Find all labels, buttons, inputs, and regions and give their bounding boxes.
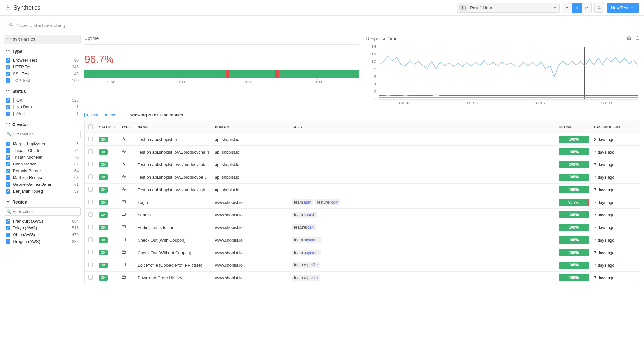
facet-item[interactable]: Mathieu Rousse63 (4, 174, 81, 181)
tag[interactable]: feature:profile (292, 262, 320, 268)
test-name[interactable]: Check Out (With Coupon) (135, 234, 212, 246)
col-header-modified[interactable]: LAST MODIFIED (591, 121, 640, 133)
test-name[interactable]: Test on api.shopist.io/v1/product/chairs (135, 146, 212, 158)
row-checkbox[interactable] (88, 162, 93, 166)
checkbox-icon[interactable] (6, 78, 10, 83)
tag[interactable]: feature:profile (292, 275, 320, 281)
row-checkbox[interactable] (88, 212, 93, 217)
test-name[interactable]: Test on api.shopist.io/v1/product/lighti… (135, 184, 212, 196)
test-name[interactable]: Edit Profile (Upload Profile Picture) (135, 259, 212, 272)
checkbox-icon[interactable] (6, 105, 10, 109)
pause-button[interactable] (572, 3, 582, 13)
tag[interactable]: team:payment (292, 250, 321, 255)
row-checkbox[interactable] (88, 237, 93, 242)
hide-controls-button[interactable]: ◀ Hide Controls (84, 113, 116, 117)
checkbox-icon[interactable] (6, 98, 10, 103)
tag[interactable]: team:search (292, 212, 317, 218)
facet-item[interactable]: Alert1 (4, 110, 81, 117)
checkbox-icon[interactable] (6, 239, 10, 244)
table-row[interactable]: OK Test on api.shopist.io api.shopist.io… (85, 133, 640, 146)
test-name[interactable]: Download Order History (135, 272, 212, 284)
step-forward-button[interactable] (582, 3, 591, 13)
col-header-domain[interactable]: DOMAIN (212, 121, 290, 133)
checkbox-icon[interactable] (6, 226, 10, 230)
table-row[interactable]: OK Test on api.shopist.io/v1/product/cha… (85, 146, 640, 158)
facet-item[interactable]: Browser Test90 (4, 57, 81, 64)
test-name[interactable]: Test on api.shopist.io/v1/product/beddin… (135, 171, 212, 184)
test-name[interactable]: Login (135, 196, 212, 209)
col-header-status[interactable]: STATUS↑ (96, 121, 119, 133)
table-row[interactable]: OK Download Order History www.shopist.io… (85, 272, 640, 284)
facet-item[interactable]: Tristan Michelet70 (4, 154, 81, 161)
table-row[interactable]: OK Test on api.shopist.io/v1/product/lig… (85, 184, 640, 196)
step-back-button[interactable] (562, 3, 572, 13)
facet-title-creator[interactable]: ﹀ Creator (4, 120, 81, 129)
checkbox-icon[interactable] (6, 233, 10, 237)
checkbox-icon[interactable] (6, 142, 10, 146)
facet-item[interactable]: Chris Matteri67 (4, 161, 81, 167)
facet-item[interactable]: Benjamin Toueg59 (4, 188, 81, 194)
checkbox-icon[interactable] (6, 169, 10, 173)
export-icon[interactable] (635, 36, 640, 42)
checkbox-icon[interactable] (6, 155, 10, 160)
tag[interactable]: team:payment (292, 237, 321, 243)
row-checkbox[interactable] (88, 200, 93, 204)
table-row[interactable]: OK Edit Profile (Upload Profile Picture)… (85, 259, 640, 272)
checkbox-icon[interactable] (6, 219, 10, 224)
facet-item[interactable]: Tokyo (AWS)516 (4, 224, 81, 231)
table-row[interactable]: OK Search www.shopist.io team:search 100… (85, 209, 640, 221)
region-filter-input[interactable] (4, 207, 81, 216)
table-row[interactable]: OK Check Out (Without Coupon) www.shopis… (85, 246, 640, 259)
facet-title-region[interactable]: ﹀ Region (4, 198, 81, 206)
test-name[interactable]: Adding items to cart (135, 221, 212, 234)
facet-item[interactable]: Ohio (AWS)479 (4, 231, 81, 238)
row-checkbox[interactable] (88, 250, 93, 254)
checkbox-icon[interactable] (6, 162, 10, 166)
facet-item[interactable]: Margot Lepizzera5 (4, 140, 81, 147)
row-checkbox[interactable] (88, 137, 93, 141)
facet-title-type[interactable]: ﹀ Type (4, 47, 81, 55)
test-name[interactable]: Test on api.shopist.io/v1/product/sofas (135, 158, 212, 171)
table-row[interactable]: OK Test on api.shopist.io/v1/product/bed… (85, 171, 640, 184)
tag[interactable]: feature:login (315, 199, 340, 205)
test-name[interactable]: Check Out (Without Coupon) (135, 246, 212, 259)
search-bar[interactable] (5, 19, 639, 31)
test-name[interactable]: Test on api.shopist.io (135, 133, 212, 146)
facet-item[interactable]: OK523 (4, 97, 81, 104)
facet-item[interactable]: SSL Test40 (4, 70, 81, 77)
facet-item[interactable]: Gabriel-James Safar61 (4, 181, 81, 188)
col-header-name[interactable]: NAME (135, 121, 212, 133)
search-icon-button[interactable] (594, 3, 604, 13)
checkbox-icon[interactable] (6, 58, 10, 63)
tag[interactable]: team:auth (292, 199, 313, 205)
facet-item[interactable]: Romain Berger64 (4, 167, 81, 174)
facet-item[interactable]: TCP Test150 (4, 77, 81, 84)
col-header-uptime[interactable]: UPTIME (556, 121, 591, 133)
row-checkbox[interactable] (88, 275, 93, 280)
search-input[interactable] (16, 23, 635, 28)
checkbox-icon[interactable] (6, 72, 10, 76)
facet-title-status[interactable]: ﹀ Status (4, 87, 81, 95)
checkbox-icon[interactable] (6, 148, 10, 153)
creator-filter-input[interactable] (4, 130, 81, 138)
facet-item[interactable]: HTTP Test245 (4, 64, 81, 70)
facet-item[interactable]: Thibaut Chatté74 (4, 147, 81, 154)
select-all-checkbox[interactable] (88, 124, 93, 129)
col-header-tags[interactable]: TAGS (290, 121, 556, 133)
facets-header[interactable]: ﹀ SYNTHETICS (4, 35, 81, 44)
row-checkbox[interactable] (88, 225, 93, 229)
row-checkbox[interactable] (88, 149, 93, 154)
test-name[interactable]: Search (135, 209, 212, 221)
checkbox-icon[interactable] (6, 65, 10, 69)
col-header-type[interactable]: TYPE (119, 121, 135, 133)
camera-icon[interactable] (627, 36, 631, 42)
row-checkbox[interactable] (88, 187, 93, 192)
checkbox-icon[interactable] (6, 189, 10, 194)
table-row[interactable]: OK Adding items to cart www.shopist.io f… (85, 221, 640, 234)
checkbox-icon[interactable] (6, 175, 10, 180)
row-checkbox[interactable] (88, 174, 93, 179)
table-row[interactable]: OK Test on api.shopist.io/v1/product/sof… (85, 158, 640, 171)
checkbox-icon[interactable] (6, 182, 10, 187)
table-row[interactable]: OK Login www.shopist.io team:authfeature… (85, 196, 640, 209)
new-test-button[interactable]: New Test ＋ (607, 3, 639, 13)
